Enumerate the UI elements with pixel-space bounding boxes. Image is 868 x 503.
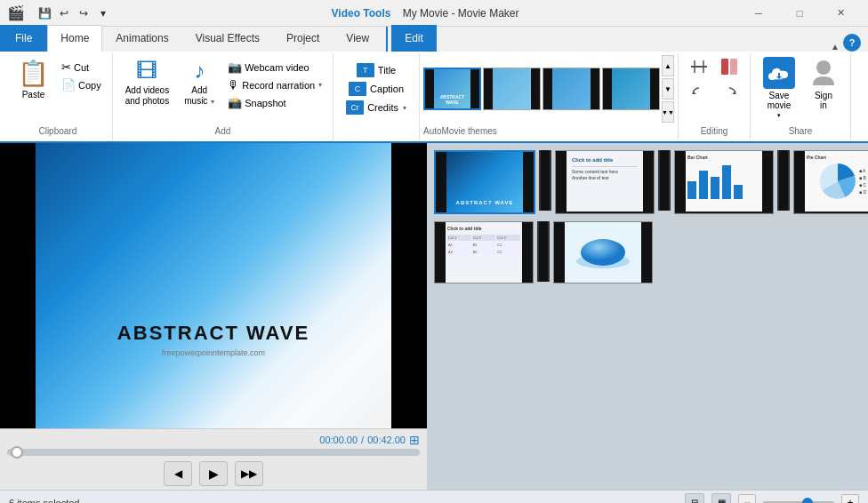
rotate-left-button[interactable] [686,82,712,105]
play-button[interactable]: ▶ [199,461,228,486]
tab-view[interactable]: View [333,25,382,52]
tab-animations[interactable]: Animations [102,25,181,52]
tab-video-tools[interactable]: Edit [391,25,437,52]
progress-thumb[interactable] [11,446,23,459]
webcam-button[interactable]: 📷 Webcam video [224,59,326,76]
bar-3 [711,177,719,199]
next-frame-button[interactable]: ▶▶ [235,461,263,486]
tab-project[interactable]: Project [273,25,333,52]
help-button[interactable]: ? [843,34,861,52]
sign-in-button[interactable]: Sign in [804,55,843,112]
preview-video: ABSTRACT WAVE freepowerpoinntemplate.com [0,143,427,428]
clipboard-group-content: 📋 Paste ✂ Cut 📄 Copy [11,55,105,123]
paste-label: Paste [22,90,45,100]
progress-bar[interactable] [7,449,420,456]
copy-button[interactable]: 📄 Copy [58,76,105,93]
caption-icon: C [349,82,366,96]
add-group-content: 🎞 Add videosand photos ♪ Addmusic ▾ 📷 We… [120,55,326,123]
save-qa-button[interactable]: 💾 [36,4,53,22]
editing-label: Editing [701,123,728,138]
maximize-button[interactable]: □ [779,0,820,27]
zoom-out-button[interactable]: − [738,494,756,504]
black-bar-right2 [531,68,540,109]
undo-qa-button[interactable]: ↩ [55,4,73,22]
zoom-slider-thumb[interactable] [802,498,813,504]
themes-group: ABSTRACT WAVE [420,53,679,140]
tab-home[interactable]: Home [47,25,102,52]
theme-thumb-2[interactable] [483,68,541,110]
editing-group: Editing [679,53,751,140]
caption-button[interactable]: C Caption [343,80,409,98]
ribbon-content: 📋 Paste ✂ Cut 📄 Copy Clipboard 🎞 Add vid… [0,52,868,143]
black-bar-left3 [543,68,552,109]
snapshot-button[interactable]: 📸 Snapshot [224,94,326,111]
svg-rect-0 [691,66,707,68]
svg-rect-4 [730,59,737,75]
story-item-4[interactable]: Pie Chart ■ A■ B■ C■ D [793,150,868,214]
ribbon-collapse-button[interactable]: ▲ [831,42,840,52]
zoom-in-button[interactable]: + [841,494,859,504]
theme-scroll-down[interactable]: ▼ [662,78,674,100]
timeline-button[interactable]: ▦ [711,493,731,504]
save-movie-button[interactable]: Save movie ▾ [758,55,800,121]
trim-button[interactable] [686,55,712,78]
story-item-6[interactable] [553,221,653,283]
slide-content-4: Pie Chart ■ A■ B■ C■ D [794,151,868,212]
theme-thumb-3[interactable] [542,68,600,110]
title-button[interactable]: T Title [351,61,401,79]
copy-label: Copy [78,80,101,91]
split-button[interactable] [716,55,743,78]
credits-button[interactable]: Cr Credits ▾ [341,99,412,116]
qa-dropdown[interactable]: ▾ [94,4,112,22]
status-bar: 6 items selected ⊟ ▦ − + [0,490,868,503]
record-narration-button[interactable]: 🎙 Record narration ▾ [224,76,326,93]
add-music-button[interactable]: ♪ Addmusic ▾ [178,55,221,110]
separator-2 [658,150,671,211]
close-button[interactable]: ✕ [820,0,861,27]
theme-thumb-4[interactable] [602,68,660,110]
share-group: Save movie ▾ Sign in Share [751,53,851,140]
credits-label: Credits [367,102,398,113]
slide-black-r3 [762,151,773,212]
minimize-button[interactable]: ─ [738,0,779,27]
fullscreen-button[interactable]: ⊞ [409,433,420,447]
rotate-right-button[interactable] [716,82,743,105]
split-icon [719,57,739,76]
slide-black-r2 [643,151,654,212]
total-time: 00:42.00 [367,435,406,445]
add-videos-button[interactable]: 🎞 Add videosand photos [120,55,175,110]
slide-content-3: Bar Chart [675,151,773,212]
save-movie-label: Save movie [768,91,792,110]
theme-scroll-more[interactable]: ▼▼ [662,101,674,123]
slide-black-l6 [554,222,565,283]
cut-copy-buttons: ✂ Cut 📄 Copy [58,55,105,93]
storyboard-toggle-button[interactable]: ⊟ [685,493,704,504]
redo-qa-button[interactable]: ↪ [75,4,92,22]
tab-visual-effects[interactable]: Visual Effects [182,25,273,52]
paste-icon: 📋 [18,59,49,88]
add-group: 🎞 Add videosand photos ♪ Addmusic ▾ 📷 We… [113,53,334,140]
story-item-3[interactable]: Bar Chart [674,150,774,214]
editing-row2 [686,82,743,105]
slide-black-r5 [522,222,533,283]
slide-content-2: Click to add title Some content text her… [556,151,654,212]
paste-button[interactable]: 📋 Paste [11,55,56,103]
playback-buttons: ◀ ▶ ▶▶ [7,461,420,486]
cut-button[interactable]: ✂ Cut [58,59,105,76]
ribbon-tab-area: File Home Animations Visual Effects Proj… [0,27,831,52]
theme-scroll-up[interactable]: ▲ [662,55,674,76]
story-item-1[interactable]: ABSTRACT WAVE [434,150,535,214]
microphone-icon: 🎙 [228,78,239,92]
story-item-2[interactable]: Click to add title Some content text her… [555,150,655,214]
credits-dropdown-arrow: ▾ [403,104,406,112]
theme-thumbnails: ABSTRACT WAVE [423,68,660,110]
slide6-content [554,222,652,283]
prev-frame-button[interactable]: ◀ [164,461,192,486]
story-item-5[interactable]: Click to add title Col 1Col 2Col 3 A1B1C… [434,221,534,283]
separator-3 [777,150,790,211]
slide-black-l4 [794,151,805,212]
tab-file[interactable]: File [0,25,47,52]
theme-thumb-1[interactable]: ABSTRACT WAVE [423,68,481,110]
storyboard-panel: ABSTRACT WAVE Click to add title Some co… [427,143,868,490]
app-icon-area: 🎬 [7,4,25,21]
